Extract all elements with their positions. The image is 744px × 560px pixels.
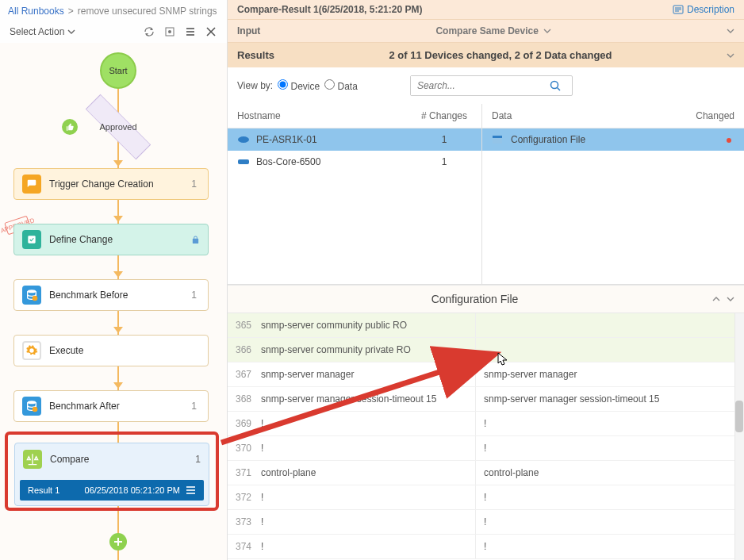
step-compare[interactable]: Compare 1 Result 1 06/25/2018 05:21:20 P… xyxy=(14,443,209,506)
database-icon xyxy=(22,397,41,416)
step-define-change[interactable]: Define Change xyxy=(13,224,209,255)
focus-icon[interactable] xyxy=(163,25,176,38)
diff-row[interactable]: 373!! xyxy=(228,510,744,535)
svg-marker-11 xyxy=(113,271,123,278)
diff-left: snmp-server manager session-timeout 15 xyxy=(256,387,475,411)
diff-row[interactable]: 368snmp-server manager session-timeout 1… xyxy=(228,387,744,412)
chevron-up-icon[interactable] xyxy=(712,297,720,301)
diff-right xyxy=(475,338,744,362)
step-count: 1 xyxy=(195,454,201,465)
diff-row[interactable]: 367snmp-server managersnmp-server manage… xyxy=(228,362,744,387)
scrollbar[interactable] xyxy=(734,313,744,560)
step-count: 1 xyxy=(191,178,197,190)
step-benchmark-after[interactable]: Benchmark After 1 xyxy=(13,390,209,422)
diff-left: ! xyxy=(256,436,475,460)
scale-icon xyxy=(23,450,42,469)
search-icon[interactable] xyxy=(550,80,572,91)
compare-mode-label: Compare Same Device xyxy=(435,25,538,36)
diff-left: ! xyxy=(256,485,475,509)
diff-right: ! xyxy=(475,535,744,558)
diff-left: control-plane xyxy=(256,461,475,485)
col-hostname-header[interactable]: Hostname xyxy=(237,110,416,121)
flow-approved-node[interactable]: Approved xyxy=(82,108,154,146)
view-by-label: View by: xyxy=(237,80,273,91)
diff-row[interactable]: 371control-planecontrol-plane xyxy=(228,461,744,485)
result-name: Result 1 xyxy=(28,485,59,495)
file-icon xyxy=(492,135,504,144)
diff-right: ! xyxy=(475,436,744,460)
breadcrumb-root[interactable]: All Runbooks xyxy=(8,6,64,17)
step-benchmark-before[interactable]: Benchmark Before 1 xyxy=(13,279,209,311)
add-step-button[interactable] xyxy=(109,533,127,550)
changed-indicator xyxy=(679,134,734,145)
col-changes-header[interactable]: # Changes xyxy=(416,110,472,121)
host-changes: 1 xyxy=(416,134,472,145)
line-number: 366 xyxy=(228,338,256,362)
panel-title: Compare-Result 1(6/25/2018, 5:21:20 PM) xyxy=(237,4,422,15)
svg-marker-10 xyxy=(113,216,123,222)
view-by-data-radio[interactable]: Data xyxy=(324,79,358,92)
flow-start-node[interactable]: Start xyxy=(100,52,136,89)
diff-right: control-plane xyxy=(475,461,744,485)
select-action-label: Select Action xyxy=(10,26,64,37)
flow-arrow-icon xyxy=(113,160,123,167)
svg-point-30 xyxy=(238,136,249,143)
svg-rect-31 xyxy=(238,159,249,164)
step-label: Define Change xyxy=(49,234,183,245)
diff-left: ! xyxy=(256,535,475,558)
define-icon xyxy=(22,230,41,249)
diff-row[interactable]: 365snmp-server community public RO xyxy=(228,313,744,338)
svg-rect-14 xyxy=(28,236,35,243)
svg-point-3 xyxy=(168,30,171,33)
highlight-annotation: Compare 1 Result 1 06/25/2018 05:21:20 P… xyxy=(5,432,219,511)
result-timestamp: 06/25/2018 05:21:20 PM xyxy=(66,485,180,495)
router-icon xyxy=(237,135,250,144)
col-changed-header[interactable]: Changed xyxy=(679,110,734,121)
close-icon[interactable] xyxy=(205,25,217,38)
diff-row[interactable]: 366snmp-server community private RO xyxy=(228,338,744,362)
diff-left: ! xyxy=(256,412,475,435)
chevron-down-icon[interactable] xyxy=(727,297,734,301)
chevron-down-icon xyxy=(67,29,75,34)
diff-viewer[interactable]: 365snmp-server community public RO366snm… xyxy=(228,313,744,560)
host-row[interactable]: PE-ASR1K-01 1 xyxy=(228,128,481,151)
svg-point-18 xyxy=(33,407,38,412)
results-label: Results xyxy=(237,49,274,61)
step-label: Compare xyxy=(50,454,187,465)
step-execute[interactable]: Execute xyxy=(13,335,209,366)
line-number: 372 xyxy=(228,485,256,509)
diff-row[interactable]: 369!! xyxy=(228,412,744,436)
chevron-down-icon[interactable] xyxy=(727,53,734,58)
col-data-header[interactable]: Data xyxy=(492,110,679,121)
data-row[interactable]: Configuration File xyxy=(482,128,744,151)
description-link[interactable]: Description xyxy=(673,4,734,15)
svg-line-29 xyxy=(557,88,560,91)
approved-label: Approved xyxy=(82,108,154,146)
view-by-device-radio[interactable]: Device xyxy=(278,79,320,92)
flow-arrow-icon xyxy=(113,216,123,222)
step-label: Execute xyxy=(49,345,200,356)
breadcrumb-sep: > xyxy=(68,6,74,17)
chevron-down-icon[interactable] xyxy=(727,29,734,33)
breadcrumb: All Runbooks > remove unsecured SNMP str… xyxy=(0,0,227,21)
diff-row[interactable]: 372!! xyxy=(228,485,744,510)
line-number: 369 xyxy=(228,412,256,435)
svg-marker-12 xyxy=(113,327,123,333)
hamburger-icon[interactable] xyxy=(186,486,196,494)
host-row[interactable]: Bos-Core-6500 1 xyxy=(228,151,481,173)
diff-left: ! xyxy=(256,510,475,534)
diff-row[interactable]: 374!! xyxy=(228,535,744,559)
select-action-dropdown[interactable]: Select Action xyxy=(10,26,75,37)
search-input[interactable] xyxy=(411,76,550,95)
host-name: Bos-Core-6500 xyxy=(256,156,416,167)
chevron-down-icon[interactable] xyxy=(543,29,551,33)
list-icon[interactable] xyxy=(184,25,197,38)
refresh-icon[interactable] xyxy=(143,25,155,38)
diff-left: snmp-server community private RO xyxy=(256,338,475,362)
search-box[interactable] xyxy=(410,75,573,96)
step-trigger-change[interactable]: Trigger Change Creation 1 xyxy=(13,168,209,200)
svg-marker-13 xyxy=(113,382,123,389)
diff-row[interactable]: 370!! xyxy=(228,436,744,461)
step-label: Benchmark Before xyxy=(49,290,183,301)
compare-result-row[interactable]: Result 1 06/25/2018 05:21:20 PM xyxy=(20,480,204,501)
